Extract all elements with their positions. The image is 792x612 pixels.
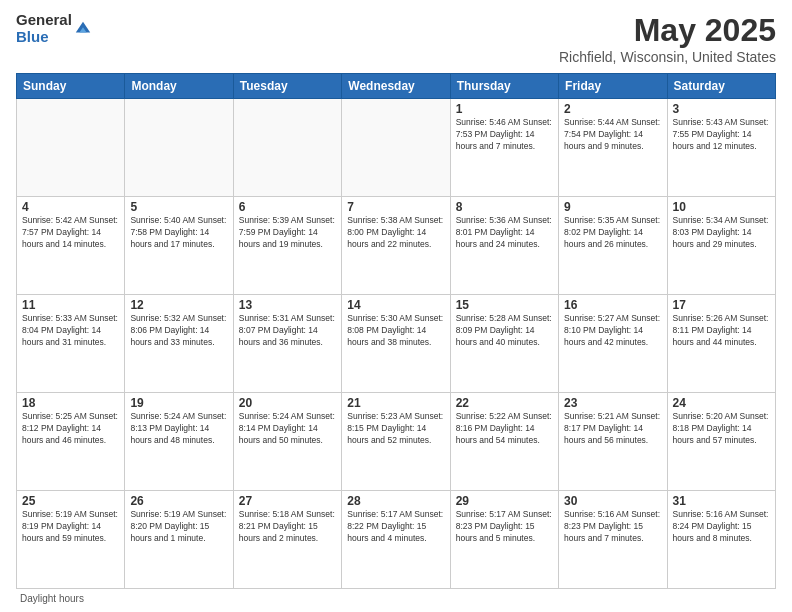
day-header-thursday: Thursday xyxy=(450,74,558,99)
day-number: 31 xyxy=(673,494,770,508)
calendar-cell: 13Sunrise: 5:31 AM Sunset: 8:07 PM Dayli… xyxy=(233,295,341,393)
day-number: 14 xyxy=(347,298,444,312)
day-info: Sunrise: 5:44 AM Sunset: 7:54 PM Dayligh… xyxy=(564,117,661,153)
calendar-cell: 29Sunrise: 5:17 AM Sunset: 8:23 PM Dayli… xyxy=(450,491,558,589)
header: General Blue May 2025 Richfield, Wiscons… xyxy=(16,12,776,65)
week-row-4: 25Sunrise: 5:19 AM Sunset: 8:19 PM Dayli… xyxy=(17,491,776,589)
week-row-3: 18Sunrise: 5:25 AM Sunset: 8:12 PM Dayli… xyxy=(17,393,776,491)
calendar-cell: 27Sunrise: 5:18 AM Sunset: 8:21 PM Dayli… xyxy=(233,491,341,589)
day-info: Sunrise: 5:26 AM Sunset: 8:11 PM Dayligh… xyxy=(673,313,770,349)
calendar-cell: 19Sunrise: 5:24 AM Sunset: 8:13 PM Dayli… xyxy=(125,393,233,491)
day-info: Sunrise: 5:31 AM Sunset: 8:07 PM Dayligh… xyxy=(239,313,336,349)
day-info: Sunrise: 5:17 AM Sunset: 8:22 PM Dayligh… xyxy=(347,509,444,545)
day-info: Sunrise: 5:24 AM Sunset: 8:13 PM Dayligh… xyxy=(130,411,227,447)
week-row-1: 4Sunrise: 5:42 AM Sunset: 7:57 PM Daylig… xyxy=(17,197,776,295)
day-number: 4 xyxy=(22,200,119,214)
calendar-cell xyxy=(342,99,450,197)
day-number: 5 xyxy=(130,200,227,214)
calendar-cell: 8Sunrise: 5:36 AM Sunset: 8:01 PM Daylig… xyxy=(450,197,558,295)
calendar-cell: 21Sunrise: 5:23 AM Sunset: 8:15 PM Dayli… xyxy=(342,393,450,491)
day-info: Sunrise: 5:32 AM Sunset: 8:06 PM Dayligh… xyxy=(130,313,227,349)
day-info: Sunrise: 5:42 AM Sunset: 7:57 PM Dayligh… xyxy=(22,215,119,251)
day-info: Sunrise: 5:39 AM Sunset: 7:59 PM Dayligh… xyxy=(239,215,336,251)
calendar-cell: 25Sunrise: 5:19 AM Sunset: 8:19 PM Dayli… xyxy=(17,491,125,589)
day-number: 8 xyxy=(456,200,553,214)
calendar-cell: 2Sunrise: 5:44 AM Sunset: 7:54 PM Daylig… xyxy=(559,99,667,197)
calendar-cell: 4Sunrise: 5:42 AM Sunset: 7:57 PM Daylig… xyxy=(17,197,125,295)
day-number: 18 xyxy=(22,396,119,410)
day-info: Sunrise: 5:24 AM Sunset: 8:14 PM Dayligh… xyxy=(239,411,336,447)
day-number: 9 xyxy=(564,200,661,214)
day-info: Sunrise: 5:30 AM Sunset: 8:08 PM Dayligh… xyxy=(347,313,444,349)
day-number: 23 xyxy=(564,396,661,410)
day-number: 29 xyxy=(456,494,553,508)
month-title: May 2025 xyxy=(559,12,776,49)
calendar-cell: 3Sunrise: 5:43 AM Sunset: 7:55 PM Daylig… xyxy=(667,99,775,197)
calendar-cell: 1Sunrise: 5:46 AM Sunset: 7:53 PM Daylig… xyxy=(450,99,558,197)
calendar-cell: 7Sunrise: 5:38 AM Sunset: 8:00 PM Daylig… xyxy=(342,197,450,295)
day-number: 6 xyxy=(239,200,336,214)
day-number: 11 xyxy=(22,298,119,312)
logo: General Blue xyxy=(16,12,92,45)
daylight-label: Daylight hours xyxy=(20,593,84,604)
day-number: 24 xyxy=(673,396,770,410)
calendar-cell: 22Sunrise: 5:22 AM Sunset: 8:16 PM Dayli… xyxy=(450,393,558,491)
day-header-sunday: Sunday xyxy=(17,74,125,99)
calendar-cell: 30Sunrise: 5:16 AM Sunset: 8:23 PM Dayli… xyxy=(559,491,667,589)
day-info: Sunrise: 5:36 AM Sunset: 8:01 PM Dayligh… xyxy=(456,215,553,251)
day-header-tuesday: Tuesday xyxy=(233,74,341,99)
logo-icon xyxy=(74,20,92,38)
calendar-cell xyxy=(125,99,233,197)
day-header-wednesday: Wednesday xyxy=(342,74,450,99)
page: General Blue May 2025 Richfield, Wiscons… xyxy=(0,0,792,612)
calendar-cell: 5Sunrise: 5:40 AM Sunset: 7:58 PM Daylig… xyxy=(125,197,233,295)
day-number: 19 xyxy=(130,396,227,410)
day-number: 13 xyxy=(239,298,336,312)
logo-blue-text: Blue xyxy=(16,29,72,46)
calendar-cell: 24Sunrise: 5:20 AM Sunset: 8:18 PM Dayli… xyxy=(667,393,775,491)
day-info: Sunrise: 5:19 AM Sunset: 8:19 PM Dayligh… xyxy=(22,509,119,545)
day-number: 17 xyxy=(673,298,770,312)
day-number: 27 xyxy=(239,494,336,508)
day-info: Sunrise: 5:33 AM Sunset: 8:04 PM Dayligh… xyxy=(22,313,119,349)
day-info: Sunrise: 5:25 AM Sunset: 8:12 PM Dayligh… xyxy=(22,411,119,447)
day-info: Sunrise: 5:18 AM Sunset: 8:21 PM Dayligh… xyxy=(239,509,336,545)
day-info: Sunrise: 5:16 AM Sunset: 8:23 PM Dayligh… xyxy=(564,509,661,545)
day-info: Sunrise: 5:17 AM Sunset: 8:23 PM Dayligh… xyxy=(456,509,553,545)
calendar-cell: 26Sunrise: 5:19 AM Sunset: 8:20 PM Dayli… xyxy=(125,491,233,589)
logo-general-text: General xyxy=(16,12,72,29)
calendar-cell xyxy=(233,99,341,197)
day-number: 20 xyxy=(239,396,336,410)
day-info: Sunrise: 5:43 AM Sunset: 7:55 PM Dayligh… xyxy=(673,117,770,153)
day-number: 22 xyxy=(456,396,553,410)
calendar-cell: 12Sunrise: 5:32 AM Sunset: 8:06 PM Dayli… xyxy=(125,295,233,393)
header-row: SundayMondayTuesdayWednesdayThursdayFrid… xyxy=(17,74,776,99)
day-number: 3 xyxy=(673,102,770,116)
calendar-cell: 9Sunrise: 5:35 AM Sunset: 8:02 PM Daylig… xyxy=(559,197,667,295)
day-number: 26 xyxy=(130,494,227,508)
day-info: Sunrise: 5:28 AM Sunset: 8:09 PM Dayligh… xyxy=(456,313,553,349)
day-info: Sunrise: 5:22 AM Sunset: 8:16 PM Dayligh… xyxy=(456,411,553,447)
day-info: Sunrise: 5:27 AM Sunset: 8:10 PM Dayligh… xyxy=(564,313,661,349)
day-info: Sunrise: 5:38 AM Sunset: 8:00 PM Dayligh… xyxy=(347,215,444,251)
title-block: May 2025 Richfield, Wisconsin, United St… xyxy=(559,12,776,65)
calendar-cell: 18Sunrise: 5:25 AM Sunset: 8:12 PM Dayli… xyxy=(17,393,125,491)
week-row-2: 11Sunrise: 5:33 AM Sunset: 8:04 PM Dayli… xyxy=(17,295,776,393)
day-number: 2 xyxy=(564,102,661,116)
calendar-cell: 31Sunrise: 5:16 AM Sunset: 8:24 PM Dayli… xyxy=(667,491,775,589)
day-info: Sunrise: 5:46 AM Sunset: 7:53 PM Dayligh… xyxy=(456,117,553,153)
day-info: Sunrise: 5:35 AM Sunset: 8:02 PM Dayligh… xyxy=(564,215,661,251)
calendar-cell: 14Sunrise: 5:30 AM Sunset: 8:08 PM Dayli… xyxy=(342,295,450,393)
day-number: 25 xyxy=(22,494,119,508)
calendar-cell: 11Sunrise: 5:33 AM Sunset: 8:04 PM Dayli… xyxy=(17,295,125,393)
calendar-table: SundayMondayTuesdayWednesdayThursdayFrid… xyxy=(16,73,776,589)
calendar-cell: 20Sunrise: 5:24 AM Sunset: 8:14 PM Dayli… xyxy=(233,393,341,491)
calendar-cell: 6Sunrise: 5:39 AM Sunset: 7:59 PM Daylig… xyxy=(233,197,341,295)
day-number: 7 xyxy=(347,200,444,214)
calendar-cell: 16Sunrise: 5:27 AM Sunset: 8:10 PM Dayli… xyxy=(559,295,667,393)
calendar-cell: 17Sunrise: 5:26 AM Sunset: 8:11 PM Dayli… xyxy=(667,295,775,393)
day-header-saturday: Saturday xyxy=(667,74,775,99)
day-header-friday: Friday xyxy=(559,74,667,99)
day-number: 15 xyxy=(456,298,553,312)
day-info: Sunrise: 5:21 AM Sunset: 8:17 PM Dayligh… xyxy=(564,411,661,447)
